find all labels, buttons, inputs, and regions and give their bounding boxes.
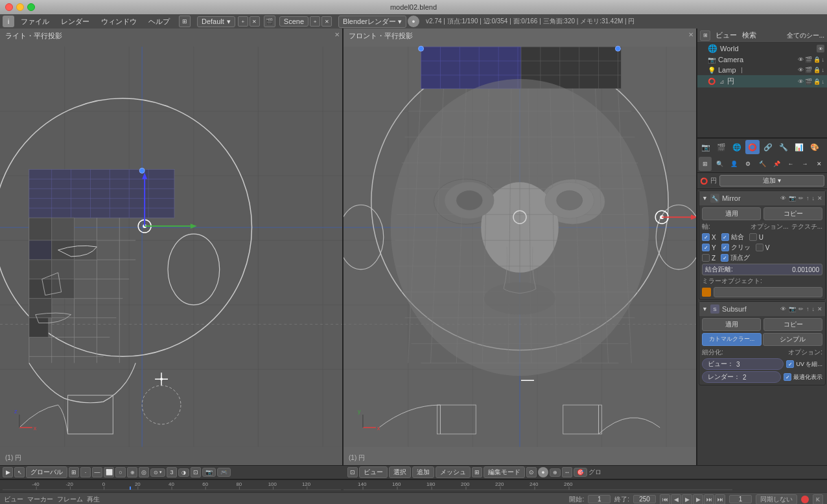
next-frame-btn[interactable]: ▶ — [693, 494, 703, 505]
prop-btn-close[interactable]: ✕ — [813, 157, 826, 171]
modifier-vis-icon[interactable]: 👁 — [780, 195, 786, 201]
right-toolbar-icon1[interactable]: ⊞ — [472, 467, 482, 477]
right-viewport[interactable]: フロント・平行投影 ✕ — [344, 29, 697, 465]
close-button[interactable] — [5, 3, 13, 11]
mirror-apply-btn[interactable]: 適用 — [702, 207, 761, 220]
jump-end-btn[interactable]: ⏭ — [704, 494, 714, 505]
subsurf-down-icon[interactable]: ↓ — [812, 306, 815, 312]
prop-btn-3[interactable]: 👤 — [727, 157, 740, 171]
remove-scene-icon[interactable]: ✕ — [321, 16, 332, 27]
subsurf-toggle[interactable]: ▼ — [702, 306, 708, 312]
keying-btn[interactable]: K — [813, 494, 823, 505]
modifier-up-icon[interactable]: ↑ — [806, 195, 810, 201]
toolbar-shading-btn[interactable]: ◑ — [178, 468, 189, 477]
toolbar-vert-icon[interactable]: · — [80, 467, 91, 477]
subsurf-camera-icon[interactable]: 📷 — [789, 306, 796, 312]
add-scene-icon[interactable]: + — [310, 16, 320, 27]
prop-btn-5[interactable]: 🔨 — [756, 157, 769, 171]
outliner-item-world[interactable]: 🌐 World 👁 — [697, 43, 827, 54]
prop-tab-constraints[interactable]: 🔗 — [761, 140, 775, 154]
prop-tab-object[interactable]: ⭕ — [745, 140, 760, 154]
subsurf-edit-icon[interactable]: ✏ — [798, 306, 804, 312]
remove-screen-icon[interactable]: ✕ — [250, 16, 260, 27]
status-frame[interactable]: フレーム — [57, 495, 83, 504]
toolbar-camera-btn[interactable]: 📷 — [202, 468, 216, 477]
subsurf-up-icon[interactable]: ↑ — [806, 306, 810, 312]
add-dropdown[interactable]: 追加 ▾ — [719, 175, 824, 187]
u-checkbox[interactable] — [749, 233, 757, 241]
modifier-down-icon[interactable]: ↓ — [812, 195, 815, 201]
outliner-search-label[interactable]: 検索 — [742, 30, 756, 40]
modifier-edit-icon[interactable]: ✏ — [798, 195, 804, 201]
workspace-selector[interactable]: Default ▾ — [197, 16, 235, 27]
jump-start-btn[interactable]: ⏮ — [660, 494, 670, 505]
right-toolbar-view-icon[interactable]: ⊡ — [347, 467, 358, 477]
vertex-checkbox[interactable]: ✓ — [721, 254, 728, 262]
outliner-icon-btn[interactable]: ⊞ — [700, 30, 710, 41]
right-toolbar-view-btn[interactable]: ビュー — [359, 466, 388, 478]
toolbar-select-icon[interactable]: ↖ — [14, 467, 25, 477]
right-toolbar-icon3[interactable]: ↔ — [562, 467, 572, 477]
camera-lock-icon[interactable]: 🔒 — [813, 56, 821, 63]
menu-render[interactable]: レンダー — [56, 16, 95, 28]
camera-arrow-icon[interactable]: ↓ — [822, 56, 825, 63]
right-toolbar-icon4[interactable]: 🎯 — [574, 468, 587, 477]
status-play[interactable]: 再生 — [87, 495, 100, 504]
x-checkbox[interactable]: ✓ — [702, 233, 710, 241]
end-frame-input[interactable]: 250 — [633, 495, 656, 503]
right-toolbar-snap-btn[interactable]: ⊕ — [550, 468, 561, 477]
prop-btn-4[interactable]: ⚙ — [741, 157, 754, 171]
subsurf-close-icon[interactable]: ✕ — [817, 306, 822, 312]
record-btn[interactable] — [801, 496, 809, 503]
prop-btn-1[interactable]: ⊞ — [699, 157, 712, 171]
mesh-eye-icon[interactable]: 👁 — [798, 78, 804, 85]
toolbar-pivot-btn[interactable]: ⊙▾ — [150, 468, 165, 477]
clip-checkbox[interactable]: ✓ — [721, 244, 729, 251]
maximize-button[interactable] — [27, 3, 35, 11]
left-viewport-close[interactable]: ✕ — [334, 31, 340, 38]
menu-help[interactable]: ヘルプ — [143, 16, 175, 28]
catmull-btn[interactable]: カトマルクラー... — [702, 333, 762, 346]
prop-btn-8[interactable]: → — [798, 157, 811, 171]
uv-checkbox[interactable]: ✓ — [786, 360, 794, 368]
subsurf-apply-btn[interactable]: 適用 — [702, 318, 761, 331]
toolbar-magnet[interactable]: ⊕ — [127, 467, 137, 477]
mesh-lock-icon[interactable]: 🔒 — [813, 78, 821, 85]
world-vis-icon[interactable]: 👁 — [817, 45, 824, 52]
outliner-item-camera[interactable]: 📷 Camera 👁 🎬 🔒 ↓ — [697, 54, 827, 65]
toolbar-circle-select[interactable]: ○ — [115, 467, 126, 477]
toolbar-mesh-icon[interactable]: ⊞ — [69, 467, 79, 477]
skip-btn[interactable]: ⏭ — [715, 494, 725, 505]
prop-btn-6[interactable]: 📌 — [770, 157, 783, 171]
right-toolbar-select-btn[interactable]: 選択 — [389, 466, 411, 478]
scene-selector[interactable]: Scene — [279, 16, 309, 27]
prop-tab-material[interactable]: 🎨 — [808, 140, 822, 154]
toolbar-overlay-icon[interactable]: ⊡ — [191, 467, 201, 477]
right-toolbar-add-btn[interactable]: 追加 — [412, 466, 434, 478]
right-viewport-close[interactable]: ✕ — [688, 31, 693, 38]
outliner-view-label[interactable]: ビュー — [716, 30, 737, 40]
prop-tab-scene[interactable]: 🎬 — [714, 140, 728, 154]
toolbar-proportional[interactable]: ◎ — [139, 467, 149, 477]
optimal-checkbox[interactable]: ✓ — [784, 373, 791, 381]
subsurf-copy-btn[interactable]: コピー — [763, 318, 822, 331]
mirror-copy-btn[interactable]: コピー — [763, 207, 822, 220]
prev-frame-btn[interactable]: ◀ — [671, 494, 681, 505]
play-btn[interactable]: ▶ — [682, 494, 692, 505]
menu-window[interactable]: ウィンドウ — [96, 16, 142, 28]
sync-btn[interactable]: 同期しない — [756, 494, 797, 505]
merge-checkbox[interactable]: ✓ — [721, 233, 729, 241]
mesh-arrow-icon[interactable]: ↓ — [822, 78, 825, 85]
lamp-lock-icon[interactable]: 🔒 — [813, 67, 821, 73]
v-checkbox[interactable] — [756, 244, 763, 251]
prop-tab-world[interactable]: 🌐 — [730, 140, 744, 154]
prop-tab-modifiers[interactable]: 🔧 — [776, 140, 791, 154]
status-marker[interactable]: マーカー — [27, 495, 53, 504]
camera-eye-icon[interactable]: 👁 — [798, 56, 804, 63]
outliner-item-mesh[interactable]: ⭕ ⊿ 円 👁 🎬 🔒 ↓ — [697, 75, 827, 87]
mesh-render-icon[interactable]: 🎬 — [805, 78, 812, 85]
render-level-field[interactable]: レンダー： 2 — [702, 371, 781, 383]
toolbar-view-icon[interactable]: ▶ — [3, 467, 13, 477]
toolbar-game-btn[interactable]: 🎮 — [217, 468, 231, 477]
modifier-toggle[interactable]: ▼ — [702, 195, 708, 201]
